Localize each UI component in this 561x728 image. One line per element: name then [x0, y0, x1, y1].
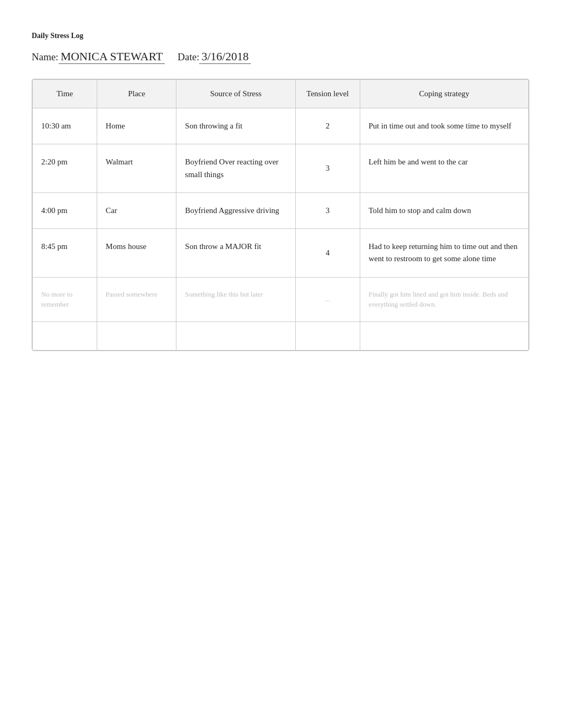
date-value: 3/16/2018 [199, 50, 250, 64]
table-row-empty [33, 321, 529, 350]
cell-coping: Left him be and went to the car [360, 144, 528, 193]
doc-title: Daily Stress Log [32, 32, 529, 40]
header-tension: Tension level [295, 80, 360, 108]
table-row: 2:20 pm Walmart Boyfriend Over reacting … [33, 144, 529, 193]
cell-stress: Son throwing a fit [176, 108, 295, 144]
cell-time: No more to remember [33, 277, 97, 321]
cell-time: 4:00 pm [33, 192, 97, 228]
cell-stress: Something like this but later [176, 277, 295, 321]
cell-place: Passed somewhere [97, 277, 176, 321]
cell-tension: 2 [295, 108, 360, 144]
cell-place: Car [97, 192, 176, 228]
cell-tension: 3 [295, 192, 360, 228]
header-time: Time [33, 80, 97, 108]
cell-tension: 3 [295, 144, 360, 193]
header-coping: Coping strategy [360, 80, 528, 108]
cell-coping: Told him to stop and calm down [360, 192, 528, 228]
cell-time: 2:20 pm [33, 144, 97, 193]
cell-tension: ... [295, 277, 360, 321]
cell-coping: Finally got him lined and got him inside… [360, 277, 528, 321]
cell-place: Walmart [97, 144, 176, 193]
header-place: Place [97, 80, 176, 108]
cell-stress: Son throw a MAJOR fit [176, 229, 295, 278]
name-value: MONICA STEWART [59, 50, 165, 64]
cell-coping: Put in time out and took some time to my… [360, 108, 528, 144]
cell-stress: Boyfriend Aggressive driving [176, 192, 295, 228]
table-row: 4:00 pm Car Boyfriend Aggressive driving… [33, 192, 529, 228]
date-label: Date: [177, 51, 199, 63]
table-row: 8:45 pm Moms house Son throw a MAJOR fit… [33, 229, 529, 278]
name-label: Name: [32, 51, 59, 63]
cell-tension: 4 [295, 229, 360, 278]
header-stress: Source of Stress [176, 80, 295, 108]
cell-coping: Had to keep returning him to time out an… [360, 229, 528, 278]
cell-place: Home [97, 108, 176, 144]
table-row: 10:30 am Home Son throwing a fit 2 Put i… [33, 108, 529, 144]
table-row: No more to remember Passed somewhere Som… [33, 277, 529, 321]
cell-stress: Boyfriend Over reacting over small thing… [176, 144, 295, 193]
cell-time: 10:30 am [33, 108, 97, 144]
cell-place: Moms house [97, 229, 176, 278]
cell-time: 8:45 pm [33, 229, 97, 278]
stress-log-table: Time Place Source of Stress Tension leve… [32, 79, 529, 351]
